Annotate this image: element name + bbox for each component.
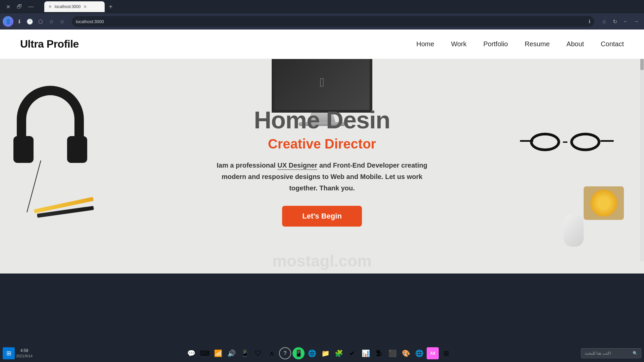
title-bar: ✕ 🗗 — ⚛ localhost:3000 ✕ +: [0, 0, 644, 13]
favorites-icon[interactable]: ☆: [46, 16, 56, 26]
desc-highlight: UX Designer: [277, 162, 317, 170]
maximize-button[interactable]: 🗗: [15, 2, 24, 11]
glasses-arm-left: [520, 140, 533, 142]
nav-resume[interactable]: Resume: [525, 40, 549, 48]
active-tab[interactable]: ⚛ localhost:3000 ✕: [44, 1, 105, 12]
hero-description: Iam a professional UX Designer and Front…: [208, 160, 436, 194]
title-bar-controls: ✕ 🗗 —: [3, 2, 36, 11]
website-content: Ultra Profile Home Work Portfolio Resume…: [0, 29, 644, 274]
tab-favicon: ⚛: [48, 4, 52, 9]
new-tab-button[interactable]: +: [106, 2, 115, 11]
tab-label: localhost:3000: [55, 4, 80, 9]
headphones-decoration: [7, 86, 94, 213]
info-icon[interactable]: ℹ: [589, 19, 590, 24]
forward-icon[interactable]: →: [631, 16, 641, 26]
back-icon[interactable]: ←: [621, 16, 631, 26]
mouse-body: [564, 213, 584, 247]
hero-subtitle: Creative Director: [208, 136, 436, 152]
history-icon[interactable]: 🕐: [25, 16, 35, 26]
glasses-frame: [530, 133, 604, 151]
home-icon[interactable]: ⌂: [599, 16, 609, 26]
toolbar-icon[interactable]: ☆: [57, 16, 67, 26]
site-logo: Ultra Profile: [20, 38, 79, 50]
address-bar-icons: ℹ: [589, 19, 590, 24]
monitor-screen: : [272, 59, 372, 113]
site-nav: Home Work Portfolio Resume About Contact: [416, 40, 624, 48]
tab-close-icon[interactable]: ✕: [83, 4, 87, 9]
minimize-button[interactable]: —: [26, 2, 36, 11]
collections-icon[interactable]: ⬡: [36, 16, 46, 26]
nav-portfolio[interactable]: Portfolio: [483, 40, 508, 48]
download-icon[interactable]: ⬇: [14, 16, 24, 26]
address-text: localhost:3000: [76, 19, 104, 24]
hero-section: : [0, 59, 644, 274]
address-bar[interactable]: localhost:3000 ℹ: [72, 16, 594, 27]
hero-title: Home Desin: [208, 106, 436, 134]
nav-icons-right: ⌂ ↻ ← →: [599, 16, 641, 26]
nav-bar: 👤 ⬇ 🕐 ⬡ ☆ ☆ localhost:3000 ℹ ⌂ ↻ ← →: [0, 13, 644, 29]
watermark: mostagl.com: [272, 252, 372, 270]
close-button[interactable]: ✕: [3, 2, 13, 11]
nav-icons-left: 👤 ⬇ 🕐 ⬡ ☆ ☆: [3, 16, 67, 27]
mouse-decoration: [564, 213, 584, 247]
nav-home[interactable]: Home: [416, 40, 434, 48]
refresh-icon[interactable]: ↻: [610, 16, 620, 26]
glasses-decoration: [530, 133, 604, 160]
glasses-arm-right: [600, 140, 614, 142]
glasses-bridge: [563, 141, 568, 143]
nav-about[interactable]: About: [567, 40, 584, 48]
desc-prefix: Iam a professional: [217, 162, 277, 169]
browser-profile-icon[interactable]: 👤: [3, 16, 13, 27]
cta-button[interactable]: Let's Begin: [282, 206, 362, 227]
glasses-lens-right: [570, 133, 600, 151]
hero-content: Home Desin Creative Director Iam a profe…: [208, 106, 436, 227]
site-header: Ultra Profile Home Work Portfolio Resume…: [0, 29, 644, 59]
tab-bar: ⚛ localhost:3000 ✕ +: [41, 1, 641, 13]
coffee-cup: [590, 190, 617, 217]
headphone-left-ear: [13, 136, 34, 163]
nav-work[interactable]: Work: [451, 40, 467, 48]
scrollbar[interactable]: [640, 29, 644, 261]
glasses-lens-left: [530, 133, 560, 151]
pencils-decoration: [27, 196, 101, 223]
coffee-decoration: [584, 176, 624, 220]
apple-logo-icon: : [320, 75, 324, 89]
headphone-right-ear: [67, 136, 87, 163]
coffee-coaster: [584, 186, 624, 220]
nav-contact[interactable]: Contact: [601, 40, 624, 48]
